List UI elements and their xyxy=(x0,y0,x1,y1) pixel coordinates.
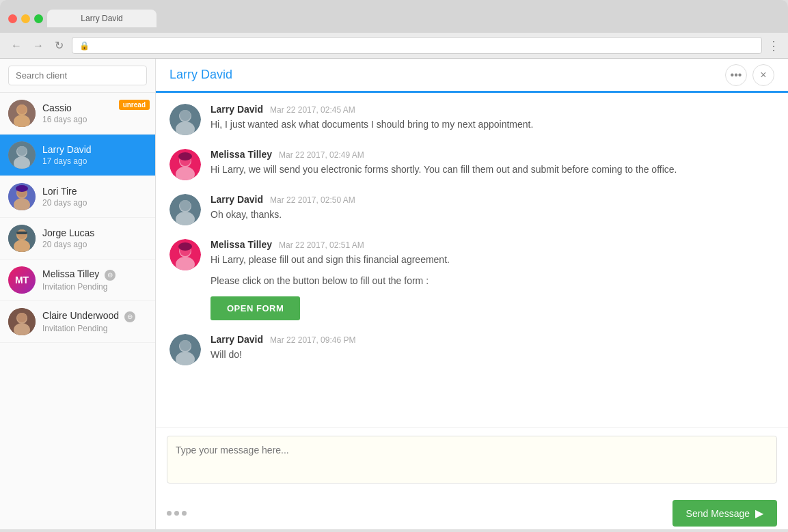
sidebar-item-melissa-tilley[interactable]: MT Melissa Tilley ⊖ Invitation Pending xyxy=(0,260,155,301)
sidebar-item-lori-tire[interactable]: Lori Tire 20 days ago xyxy=(0,176,155,218)
sidebar-item-larry-david[interactable]: Larry David 17 days ago xyxy=(0,135,155,176)
chat-area: Larry David ••• × xyxy=(156,59,788,529)
search-input[interactable] xyxy=(8,66,147,85)
client-meta-cassio: 16 days ago xyxy=(42,115,147,124)
ellipsis-icon: ••• xyxy=(731,69,742,81)
sidebar: Cassio 16 days ago unread Larry David xyxy=(0,59,156,529)
message-time-1: Mar 22 2017, 02:45 AM xyxy=(270,105,355,115)
client-info-lori: Lori Tire 20 days ago xyxy=(42,186,147,208)
message-5: Larry David Mar 22 2017, 09:46 PM Will d… xyxy=(169,334,774,365)
client-info-jorge: Jorge Lucas 20 days ago xyxy=(42,227,147,249)
browser-tab-label: Larry David xyxy=(81,14,122,23)
avatar-jorge xyxy=(8,225,36,252)
close-traffic-light[interactable] xyxy=(8,14,17,23)
close-icon: × xyxy=(760,69,766,81)
more-options-button[interactable]: ••• xyxy=(725,64,747,86)
message-content-3: Larry David Mar 22 2017, 02:50 AM Oh oka… xyxy=(210,194,774,222)
forward-button[interactable]: → xyxy=(30,38,46,53)
avatar-cassio xyxy=(8,100,36,127)
message-avatar-larry-2 xyxy=(169,194,201,225)
svg-point-21 xyxy=(17,313,27,322)
browser-menu-button[interactable]: ⋮ xyxy=(767,38,780,53)
client-info-melissa: Melissa Tilley ⊖ Invitation Pending xyxy=(42,268,147,291)
message-text-4a: Hi Larry, please fill out and sign this … xyxy=(210,253,774,267)
client-name-claire: Claire Underwood ⊖ xyxy=(42,310,147,322)
message-1: Larry David Mar 22 2017, 02:45 AM Hi, I … xyxy=(169,104,774,135)
client-name-larry: Larry David xyxy=(42,144,147,155)
lock-icon: 🔒 xyxy=(79,41,90,51)
close-chat-button[interactable]: × xyxy=(752,64,774,86)
chat-title: Larry David xyxy=(169,68,232,82)
dot-3 xyxy=(182,511,187,516)
avatar-larry-sidebar xyxy=(8,141,36,169)
message-2: Melissa Tilley Mar 22 2017, 02:49 AM Hi … xyxy=(169,149,774,180)
client-meta-lori: 20 days ago xyxy=(42,198,147,208)
sidebar-item-jorge-lucas[interactable]: Jorge Lucas 20 days ago xyxy=(0,218,155,260)
message-header-5: Larry David Mar 22 2017, 09:46 PM xyxy=(210,334,774,345)
message-content-5: Larry David Mar 22 2017, 09:46 PM Will d… xyxy=(210,334,774,362)
message-text-2: Hi Larry, we will send you electronic fo… xyxy=(210,163,774,177)
minimize-traffic-light[interactable] xyxy=(21,14,30,23)
browser-titlebar: Larry David xyxy=(0,5,788,33)
browser-tab[interactable]: Larry David xyxy=(47,10,157,27)
message-4: Melissa Tilley Mar 22 2017, 02:51 AM Hi … xyxy=(169,239,774,320)
svg-point-3 xyxy=(17,104,27,114)
svg-point-39 xyxy=(178,242,192,251)
avatar-lori xyxy=(8,183,36,210)
client-list: Cassio 16 days ago unread Larry David xyxy=(0,93,155,529)
message-header-1: Larry David Mar 22 2017, 02:45 AM xyxy=(210,104,774,115)
avatar-melissa: MT xyxy=(8,266,36,294)
dot-1 xyxy=(167,511,172,516)
message-sender-2: Melissa Tilley xyxy=(210,149,272,160)
dot-2 xyxy=(174,511,179,516)
invitation-icon-melissa: ⊖ xyxy=(105,270,116,281)
client-name-melissa: Melissa Tilley ⊖ xyxy=(42,268,147,280)
address-bar: 🔒 xyxy=(72,37,762,54)
client-name-lori: Lori Tire xyxy=(42,186,147,197)
svg-point-34 xyxy=(180,200,191,211)
send-message-button[interactable]: Send Message ▶ xyxy=(672,500,777,527)
maximize-traffic-light[interactable] xyxy=(34,14,43,23)
message-avatar-melissa-1 xyxy=(169,149,201,180)
message-time-2: Mar 22 2017, 02:49 AM xyxy=(279,150,364,160)
message-sender-5: Larry David xyxy=(210,334,263,345)
message-input-area xyxy=(156,427,788,494)
search-container xyxy=(0,59,155,93)
dots-menu[interactable] xyxy=(167,511,187,516)
sidebar-item-claire-underwood[interactable]: Claire Underwood ⊖ Invitation Pending xyxy=(0,301,155,343)
open-form-button[interactable]: OPEN FORM xyxy=(210,296,300,320)
svg-point-30 xyxy=(178,152,192,160)
message-content-1: Larry David Mar 22 2017, 02:45 AM Hi, I … xyxy=(210,104,774,132)
svg-point-43 xyxy=(180,340,191,351)
chat-actions: ••• × xyxy=(725,64,774,86)
svg-rect-17 xyxy=(16,232,27,234)
back-button[interactable]: ← xyxy=(8,38,25,53)
message-header-3: Larry David Mar 22 2017, 02:50 AM xyxy=(210,194,774,205)
svg-point-25 xyxy=(180,110,191,121)
message-text-5: Will do! xyxy=(210,348,774,362)
message-text-4b: Please click on the button below to fill… xyxy=(210,274,774,288)
message-time-4: Mar 22 2017, 02:51 AM xyxy=(279,240,364,250)
message-time-5: Mar 22 2017, 09:46 PM xyxy=(270,335,355,345)
client-info-larry: Larry David 17 days ago xyxy=(42,144,147,166)
message-sender-4: Melissa Tilley xyxy=(210,239,272,250)
message-footer: Send Message ▶ xyxy=(156,494,788,529)
message-time-3: Mar 22 2017, 02:50 AM xyxy=(270,195,355,205)
app-container: Cassio 16 days ago unread Larry David xyxy=(0,59,788,529)
message-avatar-melissa-2 xyxy=(169,239,201,270)
svg-point-12 xyxy=(16,185,28,192)
refresh-button[interactable]: ↻ xyxy=(52,38,66,53)
message-avatar-larry-1 xyxy=(169,104,201,135)
chat-header: Larry David ••• × xyxy=(156,59,788,93)
message-content-2: Melissa Tilley Mar 22 2017, 02:49 AM Hi … xyxy=(210,149,774,177)
client-name-jorge: Jorge Lucas xyxy=(42,227,147,238)
sidebar-item-cassio[interactable]: Cassio 16 days ago unread xyxy=(0,93,155,135)
client-meta-melissa: Invitation Pending xyxy=(42,282,147,292)
client-meta-claire: Invitation Pending xyxy=(42,324,147,333)
message-textarea[interactable] xyxy=(167,436,777,484)
message-sender-3: Larry David xyxy=(210,194,263,205)
svg-point-7 xyxy=(17,146,27,156)
address-input[interactable] xyxy=(94,40,755,51)
message-content-4: Melissa Tilley Mar 22 2017, 02:51 AM Hi … xyxy=(210,239,774,320)
chat-messages: Larry David Mar 22 2017, 02:45 AM Hi, I … xyxy=(156,93,788,427)
